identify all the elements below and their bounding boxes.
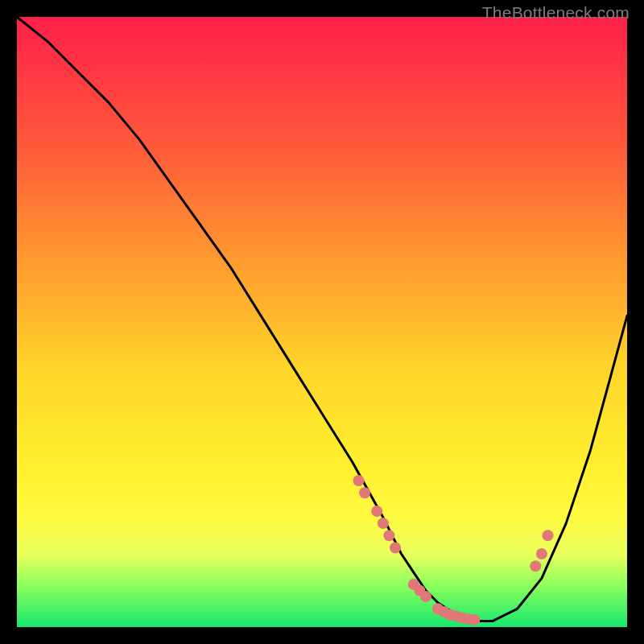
curve-marker: [543, 530, 554, 541]
bottleneck-curve-chart: [17, 17, 627, 627]
gradient-plot-area: [17, 17, 627, 627]
curve-marker: [536, 548, 547, 559]
bottleneck-curve: [17, 17, 627, 621]
watermark-text: TheBottleneck.com: [482, 3, 630, 23]
curve-marker: [383, 530, 394, 541]
curve-marker: [390, 543, 401, 554]
curve-marker: [469, 614, 481, 625]
curve-marker: [353, 475, 365, 486]
curve-marker: [420, 591, 431, 602]
curve-marker: [371, 506, 382, 517]
curve-marker: [530, 560, 541, 572]
curve-marker: [378, 518, 389, 529]
curve-marker: [359, 487, 370, 498]
